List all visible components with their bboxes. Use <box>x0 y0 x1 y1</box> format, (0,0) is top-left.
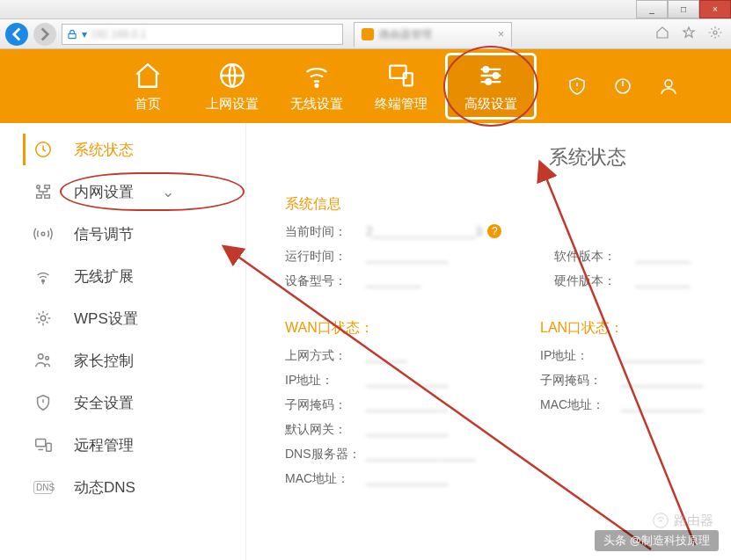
sidebar-item-system-status[interactable]: 系统状态 <box>0 128 245 171</box>
sidebar-item-remote[interactable]: 远程管理 <box>0 424 245 466</box>
nav-user-icon[interactable] <box>646 49 691 123</box>
signal-icon <box>33 224 53 244</box>
sidebar-item-parental[interactable]: 家长控制 <box>0 339 245 382</box>
browser-toolbar: ▾ 192.168.0.1 路由器管理 × <box>0 19 731 49</box>
remote-icon <box>33 435 53 455</box>
svg-point-16 <box>41 232 45 236</box>
nav-back-button[interactable] <box>5 23 28 46</box>
row-wan-gateway: 默认网关：____________ <box>285 422 487 438</box>
svg-point-18 <box>40 316 46 321</box>
dns-icon: DNS <box>33 481 53 494</box>
browser-tab[interactable]: 路由器管理 × <box>354 22 512 47</box>
lan-icon <box>33 182 53 201</box>
row-wan-mode: 上网方式：______ <box>285 348 487 364</box>
nav-advanced-settings[interactable]: 高级设置 <box>445 53 537 120</box>
sidebar-item-label: 家长控制 <box>74 351 134 371</box>
sidebar-item-wps[interactable]: WPS设置 <box>0 297 245 339</box>
chevron-down-icon: ⌄ <box>162 183 174 201</box>
page-title: 系统状态 <box>452 144 722 171</box>
svg-rect-5 <box>404 73 413 85</box>
nav-power-icon[interactable] <box>600 49 646 123</box>
row-lan-ip: IP地址：____________ <box>540 348 731 364</box>
nav-security-icon[interactable] <box>554 49 600 123</box>
window-titlebar: _ □ × <box>0 0 731 19</box>
tab-close-button[interactable]: × <box>498 28 504 40</box>
home-icon[interactable] <box>652 25 673 42</box>
nav-internet-settings[interactable]: 上网设置 <box>190 49 274 123</box>
svg-point-1 <box>713 31 717 34</box>
nav-wireless-settings[interactable]: 无线设置 <box>274 49 359 123</box>
sidebar: 系统状态 内网设置 ⌄ 信号调节 无线扩展 WPS设置 家长控制 安全设置 <box>0 123 246 560</box>
sidebar-item-security[interactable]: 安全设置 <box>0 382 245 424</box>
tab-title: 路由器管理 <box>379 27 432 42</box>
row-wan-mask: 子网掩码：____________ <box>285 397 487 413</box>
main-nav: 首页 上网设置 无线设置 终端管理 高级设置 <box>0 49 731 123</box>
content-panel: 系统状态 系统信息 当前时间：2_______________3? 运行时间：_… <box>246 123 731 560</box>
sidebar-item-lan-settings[interactable]: 内网设置 ⌄ <box>0 171 245 213</box>
main-area: 系统状态 内网设置 ⌄ 信号调节 无线扩展 WPS设置 家长控制 安全设置 <box>0 123 731 560</box>
url-text: 192.168.0.1 <box>91 28 146 40</box>
svg-rect-15 <box>45 195 50 199</box>
lock-icon <box>66 28 78 40</box>
sidebar-item-label: 远程管理 <box>74 435 134 455</box>
svg-rect-0 <box>69 33 76 38</box>
wps-icon <box>33 309 53 328</box>
svg-rect-14 <box>37 195 42 199</box>
address-bar[interactable]: ▾ 192.168.0.1 <box>62 24 343 45</box>
sidebar-item-label: 信号调节 <box>74 224 134 244</box>
watermark-text: 头条 @制造科技原理 <box>595 530 719 551</box>
gear-icon[interactable] <box>705 25 726 42</box>
row-wan-ip: IP地址：____________ <box>285 373 487 389</box>
nav-terminal-management[interactable]: 终端管理 <box>359 49 443 123</box>
sidebar-item-label: 内网设置 <box>74 182 134 202</box>
svg-point-3 <box>316 84 318 86</box>
parent-icon <box>33 351 53 370</box>
sidebar-item-label: 系统状态 <box>74 140 134 160</box>
svg-rect-13 <box>45 185 50 189</box>
sidebar-item-signal[interactable]: 信号调节 <box>0 213 245 255</box>
row-wan-dns: DNS服务器：________________ <box>285 447 487 462</box>
sidebar-item-label: 无线扩展 <box>74 266 134 287</box>
favicon <box>362 28 374 40</box>
clock-icon <box>33 140 53 159</box>
row-wan-mac: MAC地址：____________ <box>285 471 487 487</box>
help-icon[interactable]: ? <box>487 224 501 238</box>
row-model: 设备型号：________ <box>285 273 501 289</box>
svg-rect-22 <box>47 443 51 451</box>
svg-point-20 <box>46 356 49 360</box>
section-sysinfo-title: 系统信息 <box>285 195 722 214</box>
svg-point-12 <box>37 185 40 189</box>
section-lan-title: LAN口状态： <box>540 319 731 338</box>
svg-point-19 <box>39 354 44 360</box>
sidebar-item-wireless-extend[interactable]: 无线扩展 <box>0 255 245 297</box>
sidebar-item-label: 动态DNS <box>74 477 135 498</box>
window-close-button[interactable]: × <box>699 0 731 18</box>
row-lan-mac: MAC地址：____________ <box>540 397 731 413</box>
sidebar-item-label: 安全设置 <box>74 393 134 413</box>
row-uptime: 运行时间：____________ <box>285 249 501 265</box>
nav-forward-button[interactable] <box>33 23 56 46</box>
row-lan-mask: 子网掩码：____________ <box>540 373 731 389</box>
extend-icon <box>33 266 53 286</box>
nav-home[interactable]: 首页 <box>106 49 190 123</box>
window-maximize-button[interactable]: □ <box>668 0 699 18</box>
row-hw-version: 硬件版本：________ <box>554 273 731 289</box>
svg-point-10 <box>665 80 672 87</box>
svg-rect-21 <box>36 440 46 447</box>
svg-point-6 <box>484 67 489 72</box>
row-current-time: 当前时间：2_______________3? <box>285 224 501 240</box>
window-minimize-button[interactable]: _ <box>636 0 668 18</box>
shield-icon <box>33 393 53 412</box>
star-icon[interactable] <box>678 25 699 42</box>
row-sw-version: 软件版本：________ <box>554 249 731 265</box>
svg-point-8 <box>486 79 491 84</box>
sidebar-item-label: WPS设置 <box>74 309 138 329</box>
svg-point-7 <box>493 73 499 78</box>
section-wan-title: WAN口状态： <box>285 319 487 338</box>
sidebar-item-ddns[interactable]: DNS 动态DNS <box>0 466 245 508</box>
watermark-logo: 路由器 <box>651 511 713 530</box>
